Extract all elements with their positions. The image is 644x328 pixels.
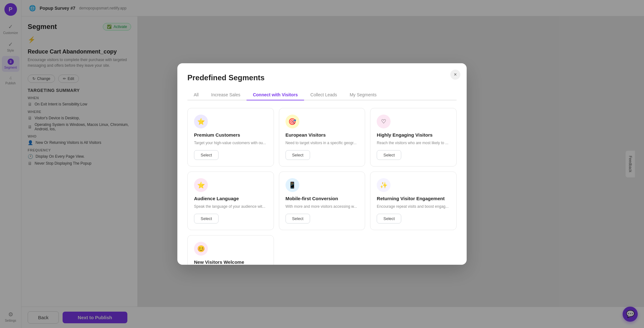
modal-title: Predefined Segments xyxy=(187,73,457,82)
new-visitors-name: New Visitors Welcome xyxy=(194,259,267,265)
mobile-first-icon: 📱 xyxy=(286,178,299,192)
segment-card-audience-language[interactable]: ⭐ Audience Language Speak the language o… xyxy=(187,172,274,230)
european-visitors-desc: Need to target visitors in a specific ge… xyxy=(286,140,359,146)
tab-collect-leads[interactable]: Collect Leads xyxy=(304,90,343,100)
european-visitors-select[interactable]: Select xyxy=(286,150,310,160)
returning-visitor-select[interactable]: Select xyxy=(377,214,401,223)
mobile-first-desc: With more and more visitors accessing w.… xyxy=(286,204,359,209)
highly-engaging-name: Highly Engaging Visitors xyxy=(377,132,450,138)
premium-customers-name: Premium Customers xyxy=(194,132,267,138)
predefined-segments-modal: Predefined Segments × All Increase Sales… xyxy=(177,63,467,265)
mobile-first-select[interactable]: Select xyxy=(286,214,310,223)
audience-language-select[interactable]: Select xyxy=(194,214,219,223)
segments-grid: ⭐ Premium Customers Target your high-val… xyxy=(187,108,457,265)
premium-customers-desc: Target your high-value customers with ou… xyxy=(194,140,267,146)
european-visitors-name: European Visitors xyxy=(286,132,359,138)
segment-card-returning-visitor[interactable]: ✨ Returning Visitor Engagement Encourage… xyxy=(370,172,457,230)
segment-card-european-visitors[interactable]: 🎯 European Visitors Need to target visit… xyxy=(279,108,365,167)
returning-visitor-name: Returning Visitor Engagement xyxy=(377,196,450,201)
segment-card-new-visitors[interactable]: 😊 New Visitors Welcome xyxy=(187,235,274,265)
modal-overlay: Predefined Segments × All Increase Sales… xyxy=(0,0,644,328)
european-visitors-icon: 🎯 xyxy=(286,115,299,128)
segment-card-premium-customers[interactable]: ⭐ Premium Customers Target your high-val… xyxy=(187,108,274,167)
segment-card-highly-engaging[interactable]: ♡ Highly Engaging Visitors Reach the vis… xyxy=(370,108,457,167)
segment-card-mobile-first[interactable]: 📱 Mobile-first Conversion With more and … xyxy=(279,172,365,230)
tab-all[interactable]: All xyxy=(187,90,205,100)
audience-language-desc: Speak the language of your audience wit.… xyxy=(194,204,267,209)
tab-connect-visitors[interactable]: Connect with Visitors xyxy=(247,90,304,100)
audience-language-name: Audience Language xyxy=(194,196,267,201)
mobile-first-name: Mobile-first Conversion xyxy=(286,196,359,201)
new-visitors-icon: 😊 xyxy=(194,242,208,256)
premium-customers-icon: ⭐ xyxy=(194,115,208,128)
highly-engaging-icon: ♡ xyxy=(377,115,391,128)
highly-engaging-desc: Reach the visitors who are most likely t… xyxy=(377,140,450,146)
audience-language-icon: ⭐ xyxy=(194,178,208,192)
modal-tabs: All Increase Sales Connect with Visitors… xyxy=(187,90,457,100)
tab-my-segments[interactable]: My Segments xyxy=(343,90,383,100)
tab-increase-sales[interactable]: Increase Sales xyxy=(205,90,247,100)
highly-engaging-select[interactable]: Select xyxy=(377,150,401,160)
returning-visitor-icon: ✨ xyxy=(377,178,391,192)
modal-close-button[interactable]: × xyxy=(450,70,460,80)
returning-visitor-desc: Encourage repeat visits and boost engag.… xyxy=(377,204,450,209)
premium-customers-select[interactable]: Select xyxy=(194,150,219,160)
